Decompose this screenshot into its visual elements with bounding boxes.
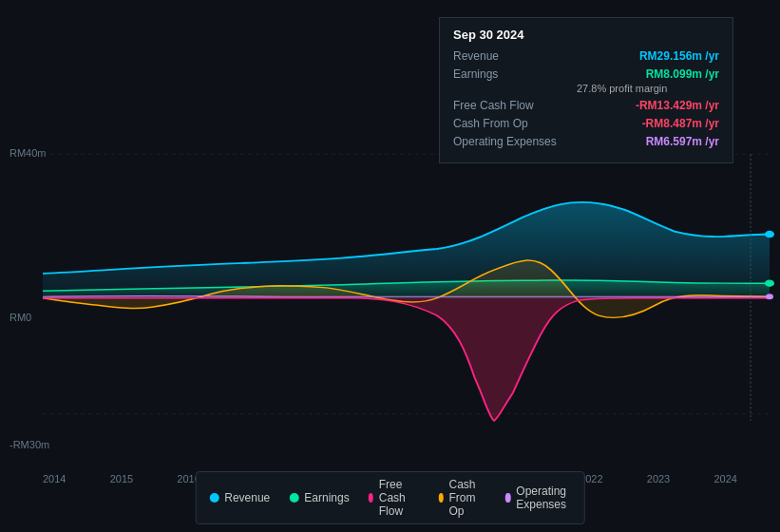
tooltip-value-revenue: RM29.156m /yr	[639, 49, 719, 63]
legend-label-revenue: Revenue	[224, 491, 270, 504]
tooltip-label-earnings: Earnings	[453, 67, 577, 81]
tooltip-value-opex: RM6.597m /yr	[646, 135, 719, 148]
tooltip-date: Sep 30 2024	[453, 28, 719, 42]
tooltip-sub-earnings: 27.8% profit margin	[453, 83, 719, 94]
x-label-2023: 2023	[647, 473, 670, 484]
svg-point-5	[766, 294, 773, 299]
tooltip-label-fcf: Free Cash Flow	[453, 99, 577, 112]
x-label-2024: 2024	[713, 473, 736, 484]
tooltip-value-earnings: RM8.099m /yr	[646, 67, 719, 81]
legend-label-cashop: Cash From Op	[449, 478, 487, 518]
tooltip-panel: Sep 30 2024 Revenue RM29.156m /yr Earnin…	[439, 17, 733, 163]
tooltip-row-earnings: Earnings RM8.099m /yr	[453, 67, 719, 81]
legend-cashop[interactable]: Cash From Op	[438, 478, 486, 518]
tooltip-row-cashop: Cash From Op -RM8.487m /yr	[453, 117, 719, 130]
tooltip-label-revenue: Revenue	[453, 49, 577, 63]
svg-point-3	[765, 231, 774, 238]
tooltip-value-fcf: -RM13.429m /yr	[636, 99, 719, 112]
legend-label-earnings: Earnings	[304, 491, 349, 504]
legend-label-fcf: Free Cash Flow	[379, 478, 420, 518]
legend-revenue[interactable]: Revenue	[209, 478, 270, 518]
tooltip-row-revenue: Revenue RM29.156m /yr	[453, 49, 719, 63]
legend-opex[interactable]: Operating Expenses	[505, 478, 571, 518]
legend: Revenue Earnings Free Cash Flow Cash Fro…	[195, 471, 585, 524]
legend-label-opex: Operating Expenses	[516, 484, 570, 511]
tooltip-row-opex: Operating Expenses RM6.597m /yr	[453, 135, 719, 148]
tooltip-value-cashop: -RM8.487m /yr	[642, 117, 719, 130]
tooltip-row-fcf: Free Cash Flow -RM13.429m /yr	[453, 99, 719, 112]
x-label-2015: 2015	[110, 473, 133, 484]
tooltip-label-opex: Operating Expenses	[453, 135, 577, 148]
svg-point-4	[765, 280, 774, 287]
legend-dot-opex	[505, 493, 510, 503]
legend-dot-cashop	[438, 493, 443, 503]
x-label-2014: 2014	[43, 473, 66, 484]
tooltip-label-cashop: Cash From Op	[453, 117, 577, 130]
legend-dot-earnings	[289, 493, 298, 503]
chart-svg	[0, 147, 780, 442]
legend-dot-revenue	[209, 493, 219, 503]
legend-dot-fcf	[369, 493, 373, 503]
legend-fcf[interactable]: Free Cash Flow	[369, 478, 420, 518]
legend-earnings[interactable]: Earnings	[289, 478, 349, 518]
